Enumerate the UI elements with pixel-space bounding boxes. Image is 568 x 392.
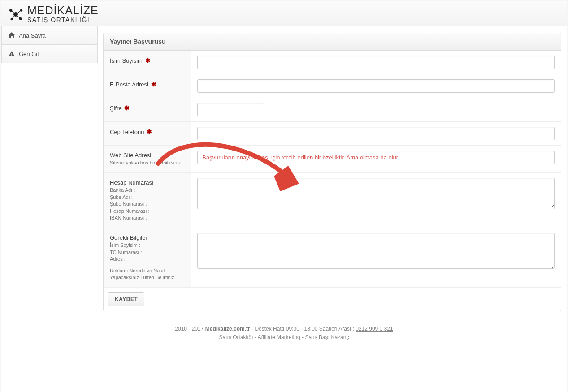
publisher-form-panel: Yayıncı Başvurusu İsim Soyisim ✱ [103,33,561,311]
warning-triangle-icon [8,50,15,57]
footer-copyright: 2010 - 2017 [175,326,205,332]
sidebar: Ana Sayfa Geri Git [1,26,98,318]
label-account: Hesap Numarası [110,179,184,186]
svg-line-8 [16,14,21,19]
sidebar-item-label: Geri Git [19,51,39,57]
label-required-sub4: Reklamı Nerede ve Nasıl Yapacaksınız Lüt… [110,267,184,281]
label-password: Şifre [110,105,122,112]
required-star-icon: ✱ [124,104,130,112]
label-account-sub4: Hesap Numarası : [110,208,184,215]
save-button[interactable]: KAYDET [108,292,144,306]
label-required-sub3: Adres : [110,256,184,263]
label-account-sub5: İBAN Numarası : [110,215,184,221]
required-star-icon: ✱ [147,128,152,135]
sidebar-item-back[interactable]: Geri Git [2,45,97,63]
account-textarea[interactable] [197,178,555,209]
phone-input[interactable] [197,127,555,140]
footer-tagline: Satış Ortaklığı - Affiliate Marketing - … [1,333,567,342]
sidebar-item-home[interactable]: Ana Sayfa [2,26,97,45]
name-input[interactable] [197,56,555,69]
label-email: E-Posta Adresi [110,81,148,88]
form-title: Yayıncı Başvurusu [104,33,561,51]
form-row-required: Gerekli Bilgiler İsim Soyisim : TC Numar… [104,228,561,288]
password-input[interactable] [197,103,264,116]
form-row-name: İsim Soyisim ✱ [104,51,561,74]
form-row-website: Web Site Adresi Siteniz yoksa boş bıraka… [104,146,561,173]
label-required: Gerekli Bilgiler [110,234,184,241]
content-panel: Yayıncı Başvurusu İsim Soyisim ✱ [98,26,567,318]
label-website-sub: Siteniz yoksa boş bırakabilirsiniz. [110,159,184,166]
label-account-sub2: Şube Adı : [110,194,184,201]
label-phone: Cep Telefonu [110,129,144,135]
form-row-phone: Cep Telefonu ✱ [104,122,561,146]
home-icon [8,32,15,39]
sidebar-item-label: Ana Sayfa [19,32,46,39]
app-header: MEDİKALİZE SATIŞ ORTAKLIĞI [1,1,567,26]
label-required-sub1: İsim Soyisim : [110,242,184,249]
label-name: İsim Soyisim [110,57,143,64]
label-account-sub1: Banka Adı : [110,187,184,194]
brand-subtitle: SATIŞ ORTAKLIĞI [27,16,99,23]
label-required-sub2: TC Numarası : [110,249,184,256]
required-star-icon: ✱ [151,81,156,88]
form-row-email: E-Posta Adresi ✱ [104,74,561,98]
label-website: Web Site Adresi [110,152,184,159]
email-input[interactable] [197,79,555,93]
brand-logo-icon [8,6,24,22]
footer-support-text: - Destek Hattı 09:30 - 18:00 Saatleri Ar… [250,326,356,332]
required-star-icon: ✱ [145,57,151,64]
form-row-password: Şifre ✱ [104,98,561,122]
brand-title: MEDİKALİZE [27,5,99,16]
website-input[interactable] [197,151,555,164]
label-account-sub3: Şube Numarası : [110,201,184,207]
required-textarea[interactable] [197,233,555,269]
footer-phone-link[interactable]: 0212 909 0 321 [356,326,393,332]
footer-domain: Medikalize.com.tr [205,326,250,332]
page-footer: 2010 - 2017 Medikalize.com.tr - Destek H… [1,318,567,352]
form-row-account: Hesap Numarası Banka Adı : Şube Adı : Şu… [104,173,561,228]
